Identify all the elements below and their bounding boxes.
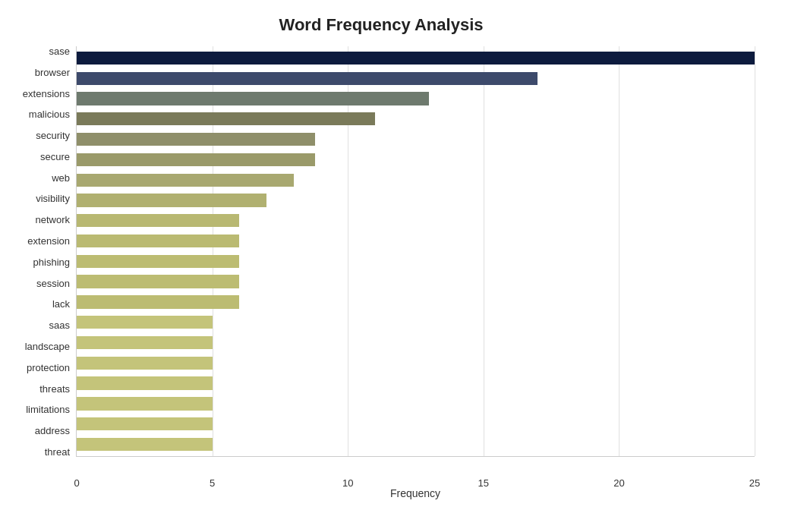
bar bbox=[77, 275, 239, 288]
bar bbox=[77, 397, 213, 410]
bars-and-grid: 0510152025 bbox=[76, 46, 755, 457]
y-label: security bbox=[8, 131, 70, 140]
bar-row bbox=[77, 373, 755, 394]
bar-row bbox=[77, 109, 755, 129]
bar bbox=[77, 357, 213, 370]
x-tick: 15 bbox=[478, 477, 489, 489]
y-label: address bbox=[8, 426, 70, 436]
bar-row bbox=[77, 394, 755, 414]
x-axis-label: Frequency bbox=[76, 487, 755, 499]
bar-row bbox=[77, 332, 755, 353]
bar-row bbox=[77, 292, 755, 313]
bar-row bbox=[77, 68, 755, 89]
bar bbox=[77, 255, 239, 268]
y-label: extensions bbox=[8, 89, 70, 99]
y-label: extension bbox=[8, 236, 70, 246]
bar bbox=[77, 214, 239, 227]
bar-row bbox=[77, 150, 755, 170]
bar bbox=[77, 438, 213, 451]
y-label: visibility bbox=[8, 194, 70, 203]
y-label: secure bbox=[8, 152, 70, 162]
y-label: threats bbox=[8, 384, 70, 394]
bar-row bbox=[77, 170, 755, 190]
bar bbox=[77, 235, 239, 247]
bar bbox=[77, 316, 213, 329]
bar-row bbox=[77, 251, 755, 272]
bar-row bbox=[77, 89, 755, 109]
x-tick: 25 bbox=[749, 477, 760, 489]
y-label: sase bbox=[8, 46, 70, 56]
bar-row bbox=[77, 312, 755, 332]
bar bbox=[77, 112, 375, 125]
bar bbox=[77, 174, 294, 187]
bar-row bbox=[77, 48, 755, 68]
y-label: protection bbox=[8, 363, 70, 373]
y-label: phishing bbox=[8, 257, 70, 267]
chart-title: Word Frequency Analysis bbox=[8, 15, 755, 35]
y-label: lack bbox=[8, 299, 70, 309]
x-tick: 10 bbox=[342, 477, 353, 489]
x-tick: 5 bbox=[210, 477, 215, 489]
bar bbox=[77, 376, 213, 389]
bar bbox=[77, 336, 213, 349]
bar bbox=[77, 194, 266, 206]
y-label: saas bbox=[8, 320, 70, 330]
bar-row bbox=[77, 231, 755, 251]
bars-wrapper bbox=[77, 46, 755, 456]
y-labels: sasebrowserextensionsmalicioussecurityse… bbox=[8, 46, 76, 457]
bar bbox=[77, 133, 315, 146]
y-label: web bbox=[8, 173, 70, 183]
bar bbox=[77, 72, 538, 85]
y-label: landscape bbox=[8, 342, 70, 351]
y-label: network bbox=[8, 215, 70, 225]
bar-row bbox=[77, 129, 755, 150]
bar-row bbox=[77, 210, 755, 231]
bar-row bbox=[77, 190, 755, 211]
bar bbox=[77, 52, 755, 65]
x-tick: 20 bbox=[613, 477, 624, 489]
bar bbox=[77, 153, 315, 166]
bar bbox=[77, 417, 213, 430]
bar bbox=[77, 92, 429, 105]
bar-row bbox=[77, 353, 755, 373]
y-label: session bbox=[8, 279, 70, 288]
chart-area: sasebrowserextensionsmalicioussecurityse… bbox=[8, 46, 755, 457]
x-tick: 0 bbox=[74, 477, 79, 489]
y-label: threat bbox=[8, 447, 70, 457]
bar-row bbox=[77, 414, 755, 434]
y-label: malicious bbox=[8, 109, 70, 119]
bar-row bbox=[77, 434, 755, 455]
y-label: browser bbox=[8, 68, 70, 77]
y-label: limitations bbox=[8, 405, 70, 414]
bar bbox=[77, 295, 239, 308]
grid-line bbox=[755, 46, 755, 456]
chart-container: Word Frequency Analysis sasebrowserexten… bbox=[0, 0, 785, 532]
bar-row bbox=[77, 272, 755, 292]
